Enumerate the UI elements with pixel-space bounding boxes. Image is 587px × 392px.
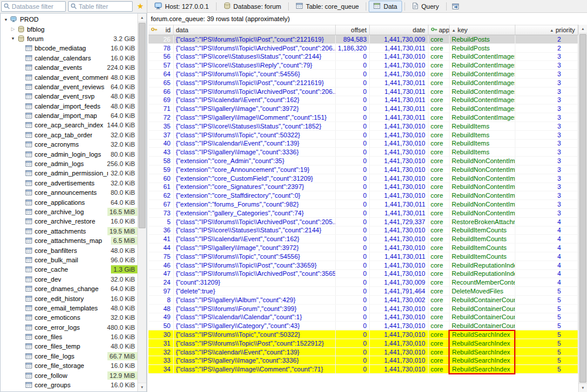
cell-id[interactable]: 57 — [149, 61, 173, 70]
cell-app[interactable]: core — [428, 174, 449, 183]
cell-data[interactable]: {"class":"IPS\\forums\\Topic\\Post","cou… — [173, 339, 335, 347]
cell-priority[interactable]: 4 — [515, 217, 578, 226]
cell-offset[interactable]: 0 — [335, 70, 369, 79]
cell-app[interactable]: core — [428, 356, 449, 365]
cell-data[interactable]: {"class":"IPS\\gallery\\Image","count":3… — [173, 104, 335, 113]
sidebar-db-bfblog[interactable]: ▷bfblog — [1, 24, 137, 33]
cell-app[interactable]: core — [428, 322, 449, 330]
cell-priority[interactable]: 3 — [515, 121, 578, 130]
cell-date[interactable]: 1,441,730,011 — [369, 87, 428, 96]
cell-offset[interactable]: 0 — [335, 356, 369, 365]
column-header-app[interactable]: app — [428, 25, 449, 35]
cell-data[interactable]: {"class":"IPS\\calendar\\Event","count":… — [173, 139, 335, 148]
cell-offset[interactable]: 0 — [335, 121, 369, 130]
tab-data[interactable]: Data — [369, 1, 402, 12]
sidebar-table-calendar_import_map[interactable]: calendar_import_map64.0 KiB — [1, 111, 137, 120]
cell-date[interactable]: 1,441,730,011 — [369, 104, 428, 113]
cell-data[interactable]: {"class":"IPS\\gallery\\Image","count":3… — [173, 356, 335, 365]
cell-priority[interactable]: 3 — [515, 157, 578, 165]
sidebar-table-calendar_event_rsvp[interactable]: calendar_event_rsvp48.0 KiB — [1, 92, 137, 101]
table-row[interactable]: 31{"class":"IPS\\forums\\Topic\\Post","c… — [149, 339, 578, 347]
cell-app[interactable]: core — [428, 43, 449, 52]
cell-data[interactable]: {"extension":"core_CustomField","count":… — [173, 174, 335, 183]
table-row[interactable]: 57{"class":"IPS\\core\\Statuses\\Reply",… — [149, 61, 578, 70]
cell-app[interactable]: core — [428, 244, 449, 252]
cell-priority[interactable]: 3 — [515, 165, 578, 174]
cell-key[interactable]: RebuildContainerCounts — [449, 304, 515, 313]
cell-date[interactable]: 1,441,730,010 — [369, 165, 428, 174]
cell-data[interactable]: {"class":"IPS\\gallery\\Image","count":3… — [173, 244, 335, 252]
cell-id[interactable]: 26 — [149, 35, 173, 44]
cell-id[interactable]: 48 — [149, 304, 173, 313]
cell-date[interactable]: 1,441,791,464 — [369, 287, 428, 296]
cell-date[interactable]: 1,441,730,011 — [369, 43, 428, 52]
table-row[interactable]: 37{"class":"IPS\\forums\\Topic","count":… — [149, 130, 578, 139]
cell-key[interactable]: RebuildContentImages — [449, 87, 515, 96]
cell-offset[interactable]: 0 — [335, 61, 369, 70]
collapse-icon[interactable]: ▾ — [9, 36, 16, 41]
table-row[interactable]: 61{"extension":"core_Signatures","count"… — [149, 183, 578, 191]
cell-data[interactable]: {"delete":true} — [173, 287, 335, 296]
sidebar-table-core_file_logs[interactable]: core_file_logs66.7 MiB — [1, 352, 137, 361]
cell-date[interactable]: 1,441,730,010 — [369, 269, 428, 278]
sidebar-table-core_acronyms[interactable]: core_acronyms32.0 KiB — [1, 140, 137, 149]
table-row[interactable]: 33{"class":"IPS\\gallery\\Image","count"… — [149, 356, 578, 365]
cell-date[interactable]: 1,441,730,010 — [369, 52, 428, 61]
cell-id[interactable]: 41 — [149, 235, 173, 244]
cell-data[interactable]: {"class":"IPS\\gallery\\Album","count":4… — [173, 295, 335, 304]
cell-date[interactable]: 1,441,730,010 — [369, 121, 428, 130]
cell-date[interactable]: 1,441,730,011 — [369, 252, 428, 261]
cell-data[interactable]: {"class":"IPS\\gallery\\Image","count":3… — [173, 148, 335, 157]
cell-data[interactable]: {"class":"IPS\\calendar\\Calendar","coun… — [173, 313, 335, 322]
cell-key[interactable]: RebuildNonContentImages — [449, 183, 515, 191]
cell-key[interactable]: RebuildSearchIndex — [449, 330, 515, 339]
cell-offset[interactable]: 0 — [335, 278, 369, 287]
tab-database[interactable]: Database: forum — [219, 1, 286, 12]
table-row[interactable]: 60{"extension":"core_CustomField","count… — [149, 174, 578, 183]
sidebar-table-core_error_logs[interactable]: core_error_logs480.0 KiB — [1, 323, 137, 332]
table-filter-input[interactable] — [79, 3, 130, 10]
cell-date[interactable]: 1,441,730,011 — [369, 96, 428, 104]
cell-data[interactable]: {"class":"IPS\\forums\\Topic\\ArchivedPo… — [173, 87, 335, 96]
sidebar-table-core_files_temp[interactable]: core_files_temp48.0 KiB — [1, 342, 137, 351]
cell-date[interactable]: 1,441,730,010 — [369, 304, 428, 313]
cell-priority[interactable]: 3 — [515, 87, 578, 96]
cell-app[interactable]: core — [428, 87, 449, 96]
sidebar-table-core_announcements[interactable]: core_announcements80.0 KiB — [1, 188, 137, 197]
cell-priority[interactable]: 3 — [515, 70, 578, 79]
cell-key[interactable]: RebuildNonContentImages — [449, 200, 515, 209]
cell-date[interactable]: 1,441,730,010 — [369, 130, 428, 139]
cell-date[interactable]: 1,441,730,010 — [369, 339, 428, 347]
tree-scrollbar[interactable]: ▲ ▼ — [137, 13, 146, 391]
expand-icon[interactable]: ▷ — [9, 26, 16, 32]
sidebar-table-core_cache[interactable]: core_cache1.3 GiB — [1, 265, 137, 274]
cell-offset[interactable]: 1,186,320 — [335, 43, 369, 52]
scrollbar-thumb[interactable] — [579, 34, 586, 383]
sidebar-table-calendar_event_reviews[interactable]: calendar_event_reviews64.0 KiB — [1, 82, 137, 92]
sidebar-table-bbcode_mediatag[interactable]: bbcode_mediatag16.0 KiB — [1, 43, 137, 53]
cell-app[interactable]: core — [428, 287, 449, 296]
cell-data[interactable]: {"count":31209} — [173, 278, 335, 287]
cell-priority[interactable]: 4 — [515, 269, 578, 278]
cell-offset[interactable]: 0 — [335, 96, 369, 104]
scroll-down-icon[interactable]: ▼ — [579, 383, 587, 392]
cell-id[interactable]: 73 — [149, 208, 173, 217]
table-row[interactable]: 47{"class":"IPS\\forums\\Topic\\Archived… — [149, 269, 578, 278]
sidebar-table-calendar_import_feeds[interactable]: calendar_import_feeds48.0 KiB — [1, 102, 137, 111]
cell-date[interactable]: 1,441,730,010 — [369, 347, 428, 356]
cell-offset[interactable]: 0 — [335, 217, 369, 226]
cell-priority[interactable]: 3 — [515, 96, 578, 104]
cell-app[interactable]: core — [428, 235, 449, 244]
cell-app[interactable]: core — [428, 121, 449, 130]
sidebar-table-core_advertisements[interactable]: core_advertisements32.0 KiB — [1, 178, 137, 188]
cell-id[interactable]: 72 — [149, 113, 173, 122]
scroll-down-icon[interactable]: ▼ — [138, 383, 146, 391]
sidebar-table-core_files[interactable]: core_files16.0 KiB — [1, 332, 137, 342]
sidebar-root-PROD[interactable]: ▾PROD — [1, 15, 137, 24]
table-row[interactable]: 5{"class":"IPS\\forums\\Topic\\ArchivedP… — [149, 217, 578, 226]
cell-data[interactable]: {"class":"IPS\\gallery\\Image\\Comment",… — [173, 365, 335, 374]
cell-date[interactable]: 1,441,730,010 — [369, 356, 428, 365]
sidebar-table-core_dev[interactable]: core_dev32.0 KiB — [1, 275, 137, 284]
table-filter[interactable] — [68, 1, 133, 12]
cell-data[interactable]: {"class":"IPS\\core\\Statuses\\Reply","c… — [173, 61, 335, 70]
